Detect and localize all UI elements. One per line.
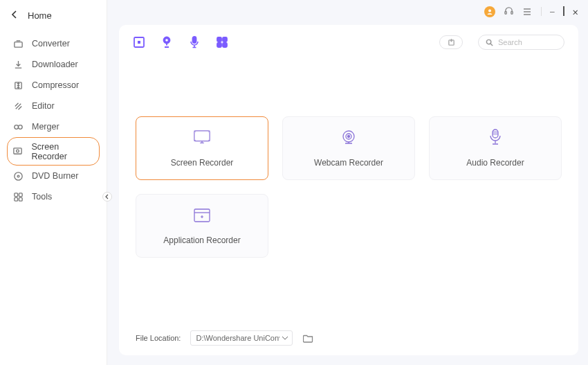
merger-icon bbox=[12, 121, 24, 132]
sidebar-item-label: Screen Recorder bbox=[32, 142, 95, 161]
screen-monitor-icon bbox=[193, 129, 211, 147]
cards-area: Screen Recorder Webcam Recorder Audio Re… bbox=[119, 57, 578, 258]
editor-icon bbox=[12, 100, 24, 112]
sidebar-item-screen-recorder[interactable]: Screen Recorder bbox=[7, 137, 100, 166]
svg-rect-4 bbox=[14, 148, 21, 154]
search-box[interactable] bbox=[478, 35, 564, 50]
sidebar-item-downloader[interactable]: Downloader bbox=[7, 54, 100, 75]
nav-list: Converter Downloader Compressor Editor M… bbox=[0, 29, 107, 207]
file-location-select[interactable]: D:\Wondershare UniConverter 1 bbox=[190, 330, 293, 346]
svg-rect-0 bbox=[14, 42, 21, 47]
menu-icon[interactable] bbox=[522, 6, 533, 17]
card-label: Audio Recorder bbox=[466, 158, 524, 168]
application-window-icon bbox=[193, 206, 211, 224]
card-grid: Screen Recorder Webcam Recorder Audio Re… bbox=[136, 116, 562, 258]
dvd-burner-icon bbox=[12, 170, 24, 181]
titlebar: — ✕ bbox=[107, 0, 588, 21]
sidebar-item-converter[interactable]: Converter bbox=[7, 33, 100, 54]
import-button[interactable] bbox=[439, 35, 463, 49]
sidebar-collapse-handle[interactable] bbox=[102, 192, 112, 202]
microphone-icon bbox=[486, 129, 504, 147]
sidebar-item-label: Merger bbox=[32, 122, 59, 132]
svg-point-6 bbox=[14, 172, 21, 179]
svg-rect-11 bbox=[19, 197, 22, 201]
sidebar-item-label: Downloader bbox=[32, 60, 78, 69]
user-avatar[interactable] bbox=[484, 6, 495, 17]
headset-icon[interactable] bbox=[504, 6, 514, 17]
svg-point-5 bbox=[17, 150, 19, 152]
maximize-button[interactable] bbox=[563, 7, 564, 16]
svg-rect-9 bbox=[19, 193, 22, 196]
svg-rect-14 bbox=[511, 12, 513, 15]
screen-recorder-icon bbox=[12, 146, 24, 157]
sidebar-item-label: DVD Burner bbox=[32, 171, 78, 181]
card-label: Webcam Recorder bbox=[314, 158, 383, 168]
separator bbox=[541, 7, 542, 16]
search-input[interactable] bbox=[498, 38, 553, 46]
sidebar-item-editor[interactable]: Editor bbox=[7, 96, 100, 116]
svg-rect-30 bbox=[493, 130, 498, 138]
svg-point-29 bbox=[348, 136, 350, 138]
card-label: Screen Recorder bbox=[171, 158, 234, 168]
minimize-button[interactable]: — bbox=[550, 7, 555, 16]
sidebar-item-merger[interactable]: Merger bbox=[7, 116, 100, 137]
svg-rect-22 bbox=[217, 43, 221, 47]
content-card: Screen Recorder Webcam Recorder Audio Re… bbox=[119, 25, 578, 355]
svg-rect-21 bbox=[223, 37, 227, 42]
sidebar-item-compressor[interactable]: Compressor bbox=[7, 75, 100, 96]
svg-point-2 bbox=[14, 125, 18, 129]
tools-icon bbox=[12, 191, 24, 202]
svg-rect-13 bbox=[505, 12, 506, 15]
open-folder-button[interactable] bbox=[302, 332, 313, 344]
sidebar-item-label: Tools bbox=[32, 192, 52, 202]
svg-rect-23 bbox=[223, 43, 227, 47]
svg-rect-26 bbox=[194, 131, 210, 141]
sidebar-item-label: Converter bbox=[32, 39, 70, 48]
webcam-icon bbox=[340, 129, 358, 147]
card-screen-recorder[interactable]: Screen Recorder bbox=[136, 116, 268, 180]
svg-point-7 bbox=[17, 175, 19, 177]
sidebar-item-tools[interactable]: Tools bbox=[7, 186, 100, 207]
svg-point-12 bbox=[488, 9, 491, 12]
card-label: Application Recorder bbox=[163, 235, 240, 245]
file-location-label: File Location: bbox=[136, 334, 181, 342]
record-screen-icon[interactable] bbox=[133, 36, 145, 48]
card-audio-recorder[interactable]: Audio Recorder bbox=[429, 116, 562, 180]
downloader-icon bbox=[12, 59, 24, 70]
back-icon[interactable] bbox=[11, 10, 18, 21]
sidebar-item-label: Editor bbox=[32, 101, 55, 111]
compressor-icon bbox=[12, 80, 24, 91]
search-icon bbox=[486, 39, 493, 46]
page-title: Home bbox=[28, 10, 52, 21]
svg-point-18 bbox=[165, 39, 168, 42]
sidebar: Home Converter Downloader Compressor Edi… bbox=[0, 0, 107, 365]
svg-rect-8 bbox=[14, 193, 17, 196]
svg-rect-19 bbox=[193, 37, 196, 43]
record-audio-icon[interactable] bbox=[188, 36, 201, 48]
record-app-icon[interactable] bbox=[216, 36, 228, 48]
sidebar-item-label: Compressor bbox=[32, 80, 79, 90]
close-button[interactable]: ✕ bbox=[573, 6, 578, 17]
main: — ✕ bbox=[107, 0, 588, 365]
card-webcam-recorder[interactable]: Webcam Recorder bbox=[282, 116, 415, 180]
card-application-recorder[interactable]: Application Recorder bbox=[136, 194, 268, 258]
svg-rect-16 bbox=[138, 41, 140, 44]
sidebar-header: Home bbox=[0, 0, 107, 29]
svg-point-25 bbox=[486, 39, 490, 44]
svg-rect-20 bbox=[217, 37, 221, 42]
sidebar-item-dvd-burner[interactable]: DVD Burner bbox=[7, 166, 100, 186]
svg-point-3 bbox=[18, 125, 22, 129]
converter-icon bbox=[12, 38, 24, 49]
footer: File Location: D:\Wondershare UniConvert… bbox=[119, 330, 578, 346]
record-webcam-icon[interactable] bbox=[160, 36, 173, 48]
toolbar bbox=[119, 25, 578, 57]
svg-rect-10 bbox=[14, 197, 17, 201]
